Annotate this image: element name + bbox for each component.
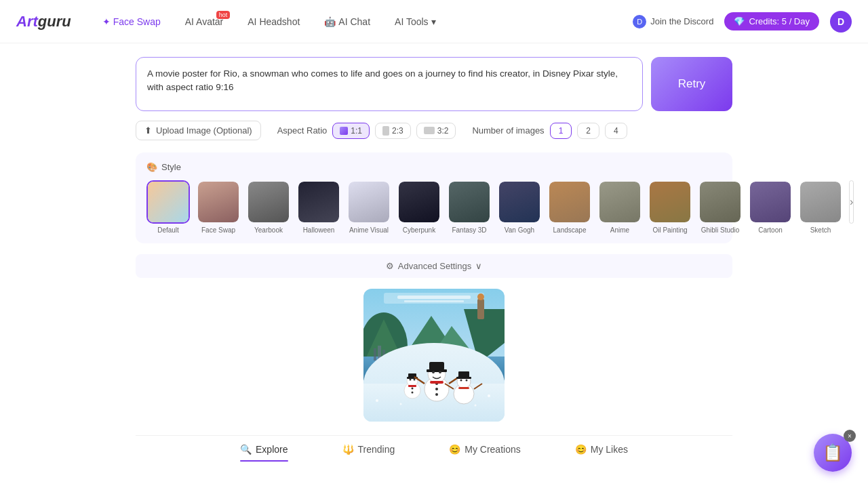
upload-icon: ⬆	[144, 125, 152, 136]
style-header: 🎨 Style	[146, 162, 722, 172]
svg-rect-3	[404, 300, 464, 302]
svg-point-30	[432, 371, 435, 373]
style-item-oil-painting[interactable]: Oil Painting	[648, 180, 692, 234]
discord-icon: D	[633, 15, 646, 28]
header-right: D Join the Discord 💎 Credits: 5 / Day D	[633, 11, 852, 33]
svg-point-34	[435, 393, 438, 396]
num-images-2-button[interactable]: 2	[577, 123, 599, 139]
aspect-2-3-button[interactable]: 2:3	[375, 123, 411, 139]
tab-my-creations[interactable]: 😊 My Creations	[449, 444, 520, 460]
svg-point-49	[400, 403, 402, 405]
svg-rect-44	[458, 387, 469, 389]
nav-ai-tools[interactable]: AI Tools ▾	[391, 14, 440, 30]
style-thumb-face-swap	[197, 180, 240, 224]
style-item-halloween[interactable]: Halloween	[297, 180, 340, 234]
style-thumb-default	[146, 180, 190, 224]
svg-point-21	[410, 379, 412, 381]
style-item-sketch[interactable]: Sketch	[799, 180, 842, 234]
style-thumb-halloween	[297, 180, 340, 224]
trending-icon: 🔱	[342, 444, 354, 455]
svg-point-48	[488, 394, 490, 397]
style-thumb-ghibli-studio	[698, 180, 742, 224]
svg-point-33	[435, 388, 438, 390]
style-thumb-sketch	[799, 180, 842, 224]
tab-trending[interactable]: 🔱 Trending	[342, 444, 395, 460]
aspect-3-2-button[interactable]: 3:2	[416, 123, 456, 139]
style-thumb-fantasy-3d	[448, 180, 491, 224]
svg-point-42	[460, 380, 462, 382]
style-item-landscape[interactable]: Landscape	[548, 180, 591, 234]
my-likes-icon: 😊	[575, 444, 587, 455]
svg-rect-40	[458, 371, 469, 378]
nav-ai-avatar[interactable]: AI Avatar hot	[181, 14, 228, 30]
aspect-2-3-icon	[382, 126, 389, 136]
tab-my-likes[interactable]: 😊 My Likes	[575, 444, 628, 460]
style-thumb-oil-painting	[648, 180, 692, 224]
svg-rect-7	[477, 299, 484, 319]
style-item-fantasy-3d[interactable]: Fantasy 3D	[448, 180, 491, 234]
style-next-button[interactable]: ›	[849, 180, 854, 224]
chat-widget[interactable]: × 📋	[814, 434, 852, 472]
style-item-ghibli-studio[interactable]: Ghibli Studio	[698, 180, 742, 234]
svg-point-25	[412, 392, 414, 394]
bottom-tabs: 🔍 Explore 🔱 Trending 😊 My Creations 😊 My…	[136, 435, 732, 460]
ai-chat-icon: 🤖	[324, 16, 336, 27]
user-avatar[interactable]: D	[830, 11, 852, 33]
svg-rect-37	[430, 381, 443, 384]
style-item-default[interactable]: Default	[146, 180, 190, 234]
aspect-1-1-button[interactable]: 1:1	[332, 123, 370, 139]
svg-rect-23	[408, 385, 416, 387]
svg-point-24	[412, 388, 414, 390]
style-item-face-swap[interactable]: Face Swap	[197, 180, 240, 234]
credits-icon: 💎	[734, 16, 745, 26]
nav-ai-chat[interactable]: 🤖 AI Chat	[320, 14, 374, 30]
style-icon: 🎨	[146, 162, 157, 172]
credits-button[interactable]: 💎 Credits: 5 / Day	[724, 12, 819, 30]
main-content: A movie poster for Rio, a snowman who co…	[0, 43, 868, 474]
style-item-cyberpunk[interactable]: Cyberpunk	[397, 180, 441, 234]
svg-point-47	[376, 399, 378, 402]
style-item-anime[interactable]: Anime	[598, 180, 642, 234]
logo[interactable]: Artguru	[16, 13, 71, 30]
style-thumb-cartoon	[749, 180, 792, 224]
svg-rect-29	[427, 369, 447, 372]
style-item-anime-visual[interactable]: Anime Visual	[347, 180, 391, 234]
svg-rect-41	[456, 377, 471, 379]
aspect-1-1-icon	[340, 127, 348, 135]
rio-scene-svg	[363, 289, 505, 422]
style-thumb-yearbook	[247, 180, 290, 224]
svg-rect-2	[397, 296, 471, 299]
chat-close-button[interactable]: ×	[844, 430, 856, 442]
num-images-1-button[interactable]: 1	[550, 123, 572, 139]
prompt-row: A movie poster for Rio, a snowman who co…	[136, 57, 732, 111]
style-thumb-landscape	[548, 180, 591, 224]
style-item-cartoon[interactable]: Cartoon	[749, 180, 792, 234]
nav-ai-headshot[interactable]: AI Headshot	[243, 14, 304, 30]
style-thumb-anime	[598, 180, 642, 224]
retry-button[interactable]: Retry	[651, 57, 732, 111]
generated-image[interactable]	[363, 289, 505, 422]
style-thumb-anime-visual	[347, 180, 391, 224]
svg-point-8	[477, 293, 484, 300]
svg-rect-12	[374, 348, 376, 361]
discord-button[interactable]: D Join the Discord	[633, 15, 713, 28]
nav-face-swap[interactable]: ✦ Face Swap	[98, 14, 165, 30]
num-images-4-button[interactable]: 4	[605, 123, 627, 139]
svg-point-50	[475, 405, 477, 407]
chevron-down-icon: ∨	[475, 261, 482, 271]
svg-rect-28	[429, 362, 444, 370]
num-images-section: Number of images 1 2 4	[472, 123, 627, 139]
controls-row: ⬆ Upload Image (Optional) Aspect Ratio 1…	[136, 121, 732, 140]
advanced-settings-row[interactable]: ⚙ Advanced Settings ∨	[136, 254, 732, 278]
hot-badge: hot	[216, 11, 231, 19]
explore-icon: 🔍	[240, 444, 252, 455]
aspect-ratio-section: Aspect Ratio 1:1 2:3 3:2	[277, 123, 456, 139]
style-item-van-gogh[interactable]: Van Gogh	[498, 180, 541, 234]
tab-explore[interactable]: 🔍 Explore	[240, 444, 288, 460]
upload-image-button[interactable]: ⬆ Upload Image (Optional)	[136, 121, 261, 140]
face-swap-icon: ✦	[102, 16, 111, 27]
style-item-yearbook[interactable]: Yearbook	[247, 180, 290, 234]
svg-point-31	[439, 371, 441, 373]
style-grid: Default Face Swap Yearbook	[146, 180, 722, 234]
prompt-input[interactable]: A movie poster for Rio, a snowman who co…	[136, 57, 643, 111]
